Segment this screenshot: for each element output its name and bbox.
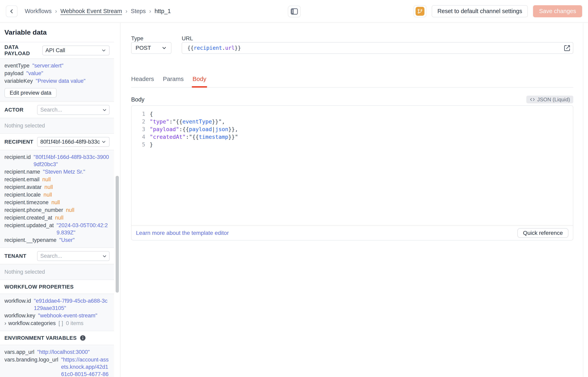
field-value: null (45, 183, 53, 191)
field-key: workflow.key (4, 312, 35, 319)
url-token: . (222, 45, 225, 51)
code-token: {{ (176, 118, 183, 126)
recipient-selected: 80f1f4bf-166d-48f9-b33c (40, 139, 101, 145)
info-icon[interactable] (80, 335, 86, 341)
field-value: [ ] (59, 320, 63, 327)
field-recipient.created_at: recipient.created_atnull (4, 214, 110, 222)
sidebar-scrollbar-thumb[interactable] (116, 176, 119, 293)
field-key: recipient.timezone (4, 199, 48, 206)
field-recipient.timezone: recipient.timezonenull (4, 199, 110, 206)
code-token: {{ (183, 126, 189, 133)
field-key: workflow.id (4, 297, 31, 305)
tab-body[interactable]: Body (193, 75, 206, 87)
environment-variables-header: ENVIRONMENT VARIABLES (0, 331, 114, 345)
sidebar-title: Variable data (0, 23, 114, 42)
main-scroll-edge (583, 23, 583, 377)
code-token: " (189, 133, 192, 141)
field-key: variableKey (4, 77, 33, 85)
body-code-editor: 1{2"type": "{{eventType}}",3"payload": {… (131, 105, 573, 240)
topbar-actions: Reset to default channel settings Save c… (413, 5, 582, 17)
save-changes-button[interactable]: Save changes (533, 5, 582, 17)
version-control-button[interactable] (413, 5, 426, 17)
breadcrumb-separator-icon: › (55, 8, 57, 14)
field-value: "User" (59, 236, 74, 244)
external-link-icon[interactable] (564, 45, 570, 52)
field-count: 0 items (66, 319, 83, 327)
line-number: 4 (131, 133, 145, 141)
code-token: "type" (150, 118, 169, 126)
field-key: recipient.updated_at (4, 222, 54, 229)
field-value: "value" (26, 70, 43, 77)
edit-preview-data-button[interactable]: Edit preview data (4, 88, 57, 98)
field-workflow.id: workflow.id"e91ddae4-7f99-45cb-a688-3c12… (4, 297, 110, 312)
code-line-4: 4"createdAt": "{{timestamp}}" (131, 133, 573, 141)
tab-headers[interactable]: Headers (131, 75, 154, 87)
field-key: recipient.name (4, 168, 40, 176)
tab-params[interactable]: Params (163, 75, 184, 87)
panel-layout-icon (291, 8, 298, 15)
sidebar-toggle-button[interactable] (288, 6, 301, 17)
code-token: , (222, 118, 225, 126)
environment-variables-label: ENVIRONMENT VARIABLES (4, 335, 77, 341)
field-recipient.email: recipient.emailnull (4, 176, 110, 183)
code-token: " (173, 118, 176, 126)
data-payload-select[interactable]: API Call (42, 46, 110, 55)
field-key: payload (4, 70, 24, 77)
field-key: vars.branding.logo_url (4, 356, 58, 364)
tenant-search-input[interactable] (37, 251, 110, 261)
field-value: "Steven Metz Sr." (43, 168, 85, 176)
url-label: URL (182, 35, 573, 42)
code-token: } (150, 141, 153, 148)
field-value: null (55, 214, 63, 221)
body-section-label: Body (131, 96, 144, 103)
url-value: {{recipient.url}} (187, 45, 241, 51)
url-input[interactable]: {{recipient.url}} (182, 42, 573, 54)
quick-reference-button[interactable]: Quick reference (517, 228, 568, 238)
breadcrumb-workflows[interactable]: Workflows (25, 8, 52, 14)
recipient-fields: recipient.id"80f1f4bf-166d-48f9-b33c-390… (0, 150, 114, 248)
field-value: "http://localhost:3000" (37, 348, 90, 356)
chevron-left-icon (9, 8, 15, 14)
chevron-down-icon (161, 45, 167, 51)
recipient-label: RECIPIENT (4, 139, 33, 145)
field-recipient.phone_number: recipient.phone_numbernull (4, 206, 110, 214)
field-value: null (51, 199, 60, 206)
template-editor-help-link[interactable]: Learn more about the template editor (136, 230, 229, 236)
back-button[interactable] (6, 5, 18, 17)
breadcrumb-http-1[interactable]: http_1 (154, 8, 171, 14)
reset-channel-settings-button[interactable]: Reset to default channel settings (432, 5, 528, 17)
field-key: vars.app_url (4, 348, 35, 356)
method-select[interactable]: POST (131, 42, 171, 54)
breadcrumb: Workflows›Webhook Event Stream›Steps›htt… (25, 8, 171, 14)
recipient-select[interactable]: 80f1f4bf-166d-48f9-b33c (37, 137, 110, 147)
code-token: payload (189, 126, 212, 133)
field-key: recipient.phone_number (4, 206, 63, 214)
tenant-label: TENANT (4, 253, 26, 259)
code-token: }} (228, 133, 235, 141)
code-token: "createdAt" (150, 133, 186, 141)
line-number: 2 (131, 118, 145, 126)
breadcrumb-steps[interactable]: Steps (131, 8, 146, 14)
actor-search-input[interactable] (37, 105, 110, 115)
field-recipient.id: recipient.id"80f1f4bf-166d-48f9-b33c-390… (4, 153, 110, 168)
chevron-down-icon (101, 48, 106, 53)
workflow-properties-label: WORKFLOW PROPERTIES (4, 284, 74, 290)
field-key: recipient.locale (4, 191, 41, 199)
code-token: , (235, 126, 238, 133)
code-area[interactable]: 1{2"type": "{{eventType}}",3"payload": {… (131, 106, 573, 225)
code-line-2: 2"type": "{{eventType}}", (131, 118, 573, 126)
field-payload: payload"value" (4, 70, 110, 77)
breadcrumb-separator-icon: › (126, 8, 128, 14)
field-key: recipient.created_at (4, 214, 52, 222)
breadcrumb-webhook-event-stream[interactable]: Webhook Event Stream (60, 8, 122, 14)
data-payload-label: DATA PAYLOAD (4, 44, 42, 57)
field-key: eventType (4, 62, 30, 70)
format-badge: JSON (Liquid) (526, 96, 573, 103)
field-key: recipient.avatar (4, 183, 42, 191)
field-workflow.categories[interactable]: ›workflow.categories[ ]0 items (4, 319, 110, 327)
field-value: "80f1f4bf-166d-48f9-b33c-39009df20bc3" (34, 153, 110, 168)
field-value: null (44, 191, 52, 198)
field-value: "Preview data value" (36, 77, 85, 85)
request-editor-panel: Type POST URL {{recipient.url}} (120, 23, 588, 377)
method-selected: POST (136, 45, 151, 51)
